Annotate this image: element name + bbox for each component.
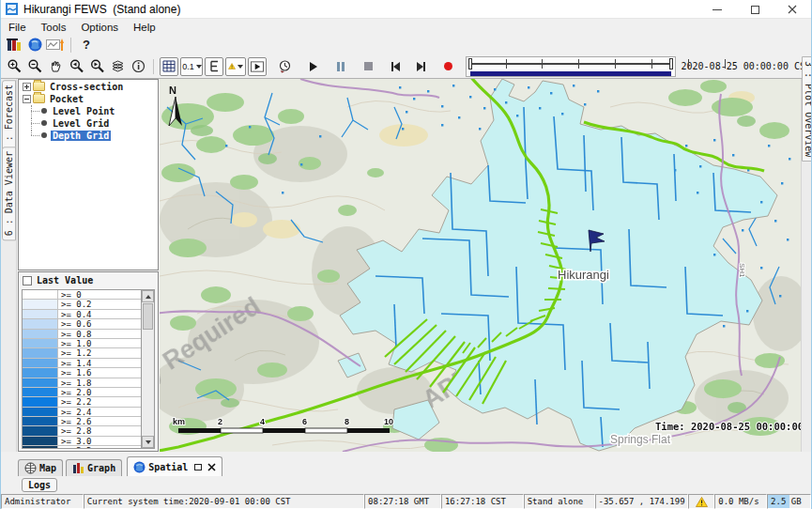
help-button[interactable]: ? [77,36,96,54]
record-icon [444,62,452,70]
map-display-button[interactable] [25,36,44,54]
chart-arrow-icon [46,38,65,52]
close-button[interactable] [774,0,811,19]
legend-entry[interactable]: >= 2.8 [23,426,141,436]
legend-entry[interactable]: >= 3.2 [23,446,141,449]
logs-button[interactable]: Logs [22,478,57,492]
right-tab-strip: 3 : Plot Overview [801,79,812,452]
legend-entry[interactable]: >= 3.0 [23,437,141,446]
hand-icon [49,59,63,73]
folder-icon [33,82,45,91]
status-memory: 2.5 GB [767,494,811,509]
database-display-button[interactable] [5,36,23,54]
tab-spatial[interactable]: Spatial [127,456,222,476]
skip-start-icon [391,62,400,71]
menu-bar: File Tools Options Help [1,19,811,35]
animation-panel-button[interactable] [248,57,267,76]
legend-entry[interactable]: >= 2.2 [23,397,141,407]
time-slider-handle-start[interactable] [468,58,472,69]
maximize-button[interactable] [736,0,774,19]
legend-entry[interactable]: >= 2.0 [23,388,141,397]
last-frame-button[interactable] [411,57,430,76]
tab-forecast[interactable]: 5 : Forecast [2,80,16,157]
legend-entry[interactable]: >= 0.4 [23,310,141,319]
legend-entry[interactable]: >= 0.6 [23,319,141,329]
first-frame-button[interactable] [386,57,405,76]
legend-panel: Last Value >= 0 >= 0.2 >= 0.4 >= 0.6 >= … [18,271,159,452]
legend-scrollbar[interactable] [141,290,154,448]
menu-options[interactable]: Options [73,19,126,35]
tab-data-viewer[interactable]: 6 : Data Viewer [2,147,16,240]
minimize-button[interactable] [698,0,736,19]
map-canvas: API Key Required API Key Required [160,79,801,452]
zoom-previous-button[interactable] [67,57,85,76]
float-panel-button[interactable] [194,464,202,470]
close-tab-icon[interactable] [207,463,216,471]
color-swatch [23,348,58,357]
scroll-down-button[interactable] [142,436,154,448]
show-grid-button[interactable] [160,57,178,76]
zoom-previous-icon [69,59,84,73]
pause-button[interactable] [331,57,350,76]
thresholds-dropdown[interactable] [225,57,246,76]
title-bar: Hikurangi FEWS (Stand alone) [1,0,811,19]
zoom-out-button[interactable] [25,57,44,76]
legend-entry[interactable]: >= 0.2 [23,300,141,309]
scrollbar-thumb[interactable] [143,303,153,330]
legend-entry[interactable]: >= 1.6 [23,368,141,378]
legend-entry[interactable]: >= 0 [23,290,141,300]
time-slider-range-bar [470,71,670,76]
zoom-next-button[interactable] [87,57,106,76]
stop-icon [364,62,373,70]
legend-entry[interactable]: >= 1.0 [23,339,141,348]
graph-bars-icon [72,462,84,474]
animation-settings-button[interactable] [275,57,294,76]
bullet-icon [41,108,47,114]
status-warning-cell[interactable] [688,494,714,509]
last-value-checkbox[interactable] [23,276,32,285]
collapse-icon[interactable] [23,95,31,103]
zoom-out-icon [28,59,42,73]
time-slider[interactable] [466,56,675,77]
color-swatch [23,388,58,396]
show-legend-button[interactable] [205,57,223,76]
tree-item-depth-grid[interactable]: Depth Grid [19,130,158,141]
import-status-button[interactable] [46,36,65,54]
spatial-globe-icon [133,461,146,473]
menu-tools[interactable]: Tools [34,19,74,35]
legend-entry[interactable]: >= 2.6 [23,417,141,426]
legend-entry[interactable]: >= 0.8 [23,330,141,339]
zoom-in-button[interactable] [5,57,23,76]
tree-item-pocket[interactable]: Pocket [19,93,158,104]
app-icon [6,3,18,15]
info-button[interactable] [129,57,147,76]
menu-help[interactable]: Help [126,19,163,35]
tree-item-cross-section[interactable]: Cross-section [19,81,158,92]
map-viewport[interactable]: API Key Required API Key Required [160,79,801,452]
tree-item-level-grid[interactable]: Level Grid [19,117,158,129]
tree-item-level-point[interactable]: Level Point [19,105,158,116]
tab-plot-overview[interactable]: 3 : Plot Overview [802,56,812,162]
scroll-up-button[interactable] [142,290,154,302]
stop-button[interactable] [359,57,377,76]
main-toolbar: ? [1,35,811,54]
layers-button[interactable] [108,57,127,76]
color-swatch [23,330,58,338]
tab-map[interactable]: Map [18,459,63,476]
legend-entry[interactable]: >= 2.4 [23,408,141,417]
legend-entry[interactable]: >= 1.8 [23,378,141,388]
grid-threshold-dropdown[interactable]: 0.1 [180,57,204,76]
tab-graph[interactable]: Graph [66,459,122,476]
time-slider-handle-end[interactable] [669,58,673,69]
play-button[interactable] [304,57,323,76]
menu-file[interactable]: File [1,19,34,35]
layer-tree-panel: Cross-section Pocket Level Point Level G… [18,79,159,270]
pan-button[interactable] [46,57,65,76]
legend-entry[interactable]: >= 1.4 [23,359,141,368]
legend-entry[interactable]: >= 1.2 [23,348,141,358]
expand-icon[interactable] [23,83,31,91]
arrow-down-icon [146,440,151,444]
globe-icon [28,38,42,52]
record-button[interactable] [438,57,457,76]
tree-connector [28,105,41,116]
